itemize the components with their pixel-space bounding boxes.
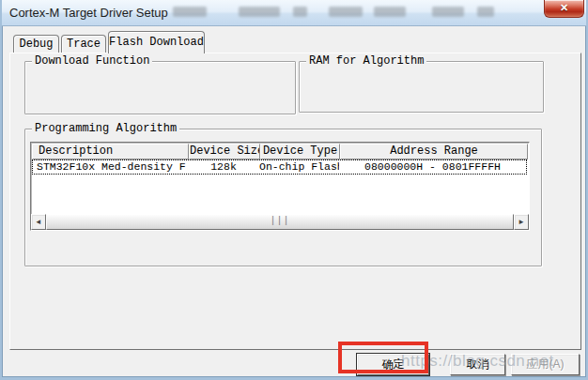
tab-trace-label: Trace <box>67 38 101 51</box>
window-title: Cortex-M Target Driver Setup <box>9 6 168 20</box>
algorithm-table-header: Description Device Size Device Type Addr… <box>32 144 528 160</box>
programming-algorithm-group-label: Programming Algorithm <box>32 122 179 135</box>
horizontal-scrollbar[interactable]: ◄ ||| ► <box>31 214 529 230</box>
column-header-description[interactable]: Description <box>32 144 189 160</box>
ok-button[interactable]: 确定 <box>357 354 429 375</box>
ram-for-algorithm-group-label: RAM for Algorithm <box>306 54 426 68</box>
cancel-button[interactable]: 取消 <box>450 354 505 375</box>
scroll-left-button[interactable]: ◄ <box>31 214 46 230</box>
redacted-text-blob <box>477 7 494 17</box>
apply-button-label: 应用(A) <box>527 357 565 371</box>
close-button[interactable]: ✕ <box>544 0 584 18</box>
redacted-text-blob <box>374 7 406 17</box>
tab-flash-download[interactable]: Flash Download <box>108 31 205 53</box>
column-header-device-type[interactable]: Device Type <box>260 144 340 160</box>
tab-trace[interactable]: Trace <box>61 35 106 53</box>
cell-device-size: 128k <box>188 160 259 174</box>
redacted-text-blob <box>239 7 280 17</box>
close-icon: ✕ <box>560 2 568 13</box>
redacted-text-blob <box>432 7 464 17</box>
apply-button[interactable]: 应用(A) <box>511 354 580 375</box>
column-header-device-size[interactable]: Device Size <box>189 144 260 160</box>
ram-for-algorithm-group: RAM for Algorithm <box>299 61 544 113</box>
tab-debug-label: Debug <box>19 38 53 51</box>
redacted-text-blob <box>329 7 363 17</box>
cell-address-range: 08000000H - 0801FFFFH <box>339 160 526 174</box>
tab-flash-download-label: Flash Download <box>109 36 204 49</box>
scroll-right-button[interactable]: ► <box>514 214 529 230</box>
download-function-group: Download Function <box>24 61 296 114</box>
table-row[interactable]: STM32F10x Med-density F... 128k On-chip … <box>33 160 526 174</box>
cancel-button-label: 取消 <box>467 357 489 371</box>
scroll-left-arrow-icon: ◄ <box>37 218 41 226</box>
cell-device-type: On-chip Flash <box>259 160 339 174</box>
download-function-group-label: Download Function <box>32 54 152 68</box>
scrollbar-thumb[interactable]: ||| <box>46 214 514 230</box>
redacted-text-blob <box>293 7 307 17</box>
column-header-address-range[interactable]: Address Range <box>340 144 528 160</box>
scroll-right-arrow-icon: ► <box>519 218 524 226</box>
redacted-text-blob <box>173 7 207 17</box>
cell-description: STM32F10x Med-density F... <box>33 160 188 174</box>
tab-debug[interactable]: Debug <box>13 35 59 53</box>
ok-button-label: 确定 <box>382 357 405 371</box>
target-driver-setup-dialog: Cortex-M Target Driver Setup ✕ Debug Tra… <box>0 0 588 380</box>
scrollbar-grip-icon: ||| <box>270 216 289 226</box>
title-bar[interactable]: Cortex-M Target Driver Setup ✕ <box>2 0 588 26</box>
